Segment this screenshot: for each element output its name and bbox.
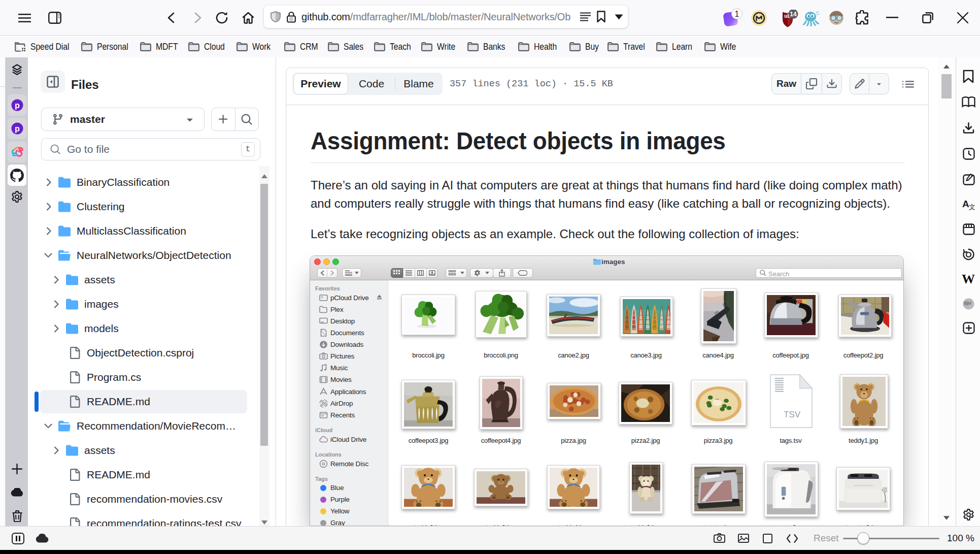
svg-text:p: p <box>15 101 20 110</box>
svg-text:14: 14 <box>790 11 797 18</box>
svg-text:1: 1 <box>735 10 739 18</box>
svg-text:文: 文 <box>969 203 975 211</box>
svg-text:A: A <box>962 199 969 209</box>
svg-text:TSV: TSV <box>784 410 801 419</box>
svg-text:p: p <box>15 124 20 133</box>
